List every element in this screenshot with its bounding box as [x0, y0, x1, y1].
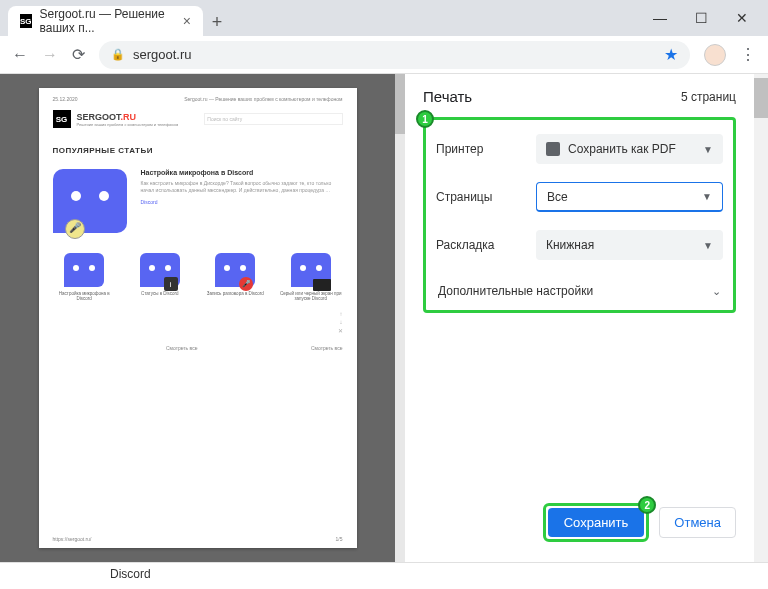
print-preview-pane: 25.12.2020 Sergoot.ru — Решение ваших пр… — [0, 74, 395, 562]
browser-menu-icon[interactable]: ⋮ — [740, 45, 756, 64]
window-controls: — ☐ ✕ — [653, 0, 768, 36]
print-dialog-title: Печать — [423, 88, 472, 105]
print-panel: Печать 5 страниц 1 Принтер Сохранить как… — [405, 74, 754, 562]
section-heading: ПОПУЛЯРНЫЕ СТАТЬИ — [53, 146, 343, 155]
print-settings-highlight: 1 Принтер Сохранить как PDF ▼ Страницы В… — [423, 117, 736, 313]
bookmark-star-icon[interactable]: ★ — [664, 45, 678, 64]
article-desc: Как настроить микрофон в Дискорде? Такой… — [141, 180, 343, 193]
panel-scrollbar[interactable] — [754, 74, 768, 562]
url-input[interactable]: 🔒 sergoot.ru ★ — [99, 41, 690, 69]
article-title: Настройка микрофона в Discord — [141, 169, 343, 176]
preview-page-number: 1/5 — [336, 536, 343, 542]
background-content-peek: Discord — [0, 562, 768, 589]
discord-icon — [291, 253, 331, 287]
site-search-input: Поиск по сайту — [204, 113, 342, 125]
preview-scrollbar[interactable] — [395, 74, 405, 562]
annotation-badge-2: 2 — [638, 496, 656, 514]
see-all-link: Смотреть все — [166, 345, 198, 351]
list-item: Серый или черный экран при запуске Disco… — [279, 253, 343, 302]
browser-tab[interactable]: SG Sergoot.ru — Решение ваших п... × — [8, 6, 203, 36]
window-minimize-icon[interactable]: — — [653, 10, 667, 26]
page-count: 5 страниц — [681, 90, 736, 104]
preview-footer-url: https://sergoot.ru/ — [53, 536, 92, 542]
nav-back-icon[interactable]: ← — [12, 46, 28, 64]
site-logo-text: SERGOOT.RU — [77, 112, 179, 122]
scroll-arrows: ↑↓✕ — [53, 310, 343, 335]
layout-row: Раскладка Книжная ▼ — [436, 230, 723, 260]
window-close-icon[interactable]: ✕ — [736, 10, 748, 26]
pdf-icon — [546, 142, 560, 156]
nav-reload-icon[interactable]: ⟳ — [72, 45, 85, 64]
url-text: sergoot.ru — [133, 47, 192, 62]
lock-icon: 🔒 — [111, 48, 125, 61]
cancel-button[interactable]: Отмена — [659, 507, 736, 538]
layout-label: Раскладка — [436, 238, 536, 252]
chevron-down-icon: ▼ — [702, 191, 712, 202]
main-area: 25.12.2020 Sergoot.ru — Решение ваших пр… — [0, 74, 768, 562]
list-item: 🎤Запись разговора в Discord — [204, 253, 268, 302]
tab-close-icon[interactable]: × — [183, 13, 191, 29]
tab-favicon: SG — [20, 14, 32, 28]
annotation-badge-1: 1 — [416, 110, 434, 128]
preview-date: 25.12.2020 — [53, 96, 78, 102]
laptop-icon — [313, 279, 331, 291]
pages-label: Страницы — [436, 190, 536, 204]
discord-icon — [53, 169, 127, 233]
new-tab-button[interactable]: + — [203, 8, 231, 36]
dialog-actions: 2 Сохранить Отмена — [423, 503, 736, 548]
record-icon: 🎤 — [239, 277, 253, 291]
pages-select[interactable]: Все ▼ — [536, 182, 723, 212]
list-item: Настройка микрофона в Discord — [53, 253, 117, 302]
preview-page: 25.12.2020 Sergoot.ru — Решение ваших пр… — [39, 88, 357, 548]
save-button[interactable]: Сохранить — [548, 508, 645, 537]
printer-label: Принтер — [436, 142, 536, 156]
discord-icon — [64, 253, 104, 287]
featured-article: Настройка микрофона в Discord Как настро… — [53, 169, 343, 233]
layout-select[interactable]: Книжная ▼ — [536, 230, 723, 260]
more-settings-toggle[interactable]: Дополнительные настройки ⌄ — [436, 278, 723, 300]
discord-icon: i — [140, 253, 180, 287]
chevron-down-icon: ▼ — [703, 240, 713, 251]
chevron-down-icon: ▼ — [703, 144, 713, 155]
printer-row: Принтер Сохранить как PDF ▼ — [436, 134, 723, 164]
window-maximize-icon[interactable]: ☐ — [695, 10, 708, 26]
preview-header: Sergoot.ru — Решение ваших проблем с ком… — [184, 96, 342, 102]
discord-icon: 🎤 — [215, 253, 255, 287]
article-thumbs: Настройка микрофона в Discord iСтатусы в… — [53, 253, 343, 302]
pages-row: Страницы Все ▼ — [436, 182, 723, 212]
article-tag: Discord — [141, 199, 343, 205]
chevron-down-icon: ⌄ — [712, 285, 721, 298]
tab-title: Sergoot.ru — Решение ваших п... — [40, 7, 175, 35]
microphone-icon — [65, 219, 85, 239]
nav-forward-icon[interactable]: → — [42, 46, 58, 64]
site-logo-mark: SG — [53, 110, 71, 128]
save-button-highlight: 2 Сохранить — [543, 503, 650, 542]
list-item: iСтатусы в Discord — [128, 253, 192, 302]
address-bar: ← → ⟳ 🔒 sergoot.ru ★ ⋮ — [0, 36, 768, 74]
see-all-link: Смотреть все — [311, 345, 343, 351]
info-icon: i — [164, 277, 178, 291]
printer-select[interactable]: Сохранить как PDF ▼ — [536, 134, 723, 164]
profile-avatar[interactable] — [704, 44, 726, 66]
site-logo-sub: Решение ваших проблем с компьютером и те… — [77, 122, 179, 127]
